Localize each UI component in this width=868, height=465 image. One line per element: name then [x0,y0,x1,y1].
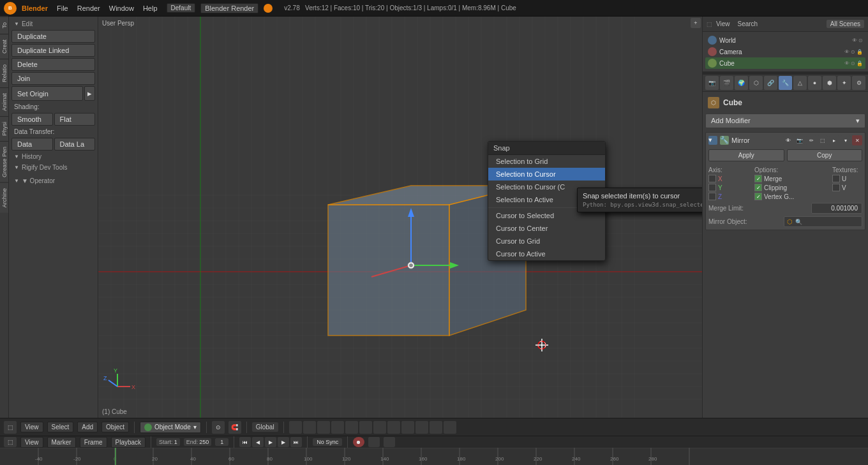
cube-vis-icon[interactable]: 👁 [844,61,849,66]
toolbar-icon-5[interactable] [345,421,358,434]
toolbar-snap-btn[interactable]: 🧲 [228,421,241,434]
cube-render-icon[interactable]: ⊙ [851,61,855,66]
outliner-search-label[interactable]: Search [738,20,758,27]
tree-item-cube[interactable]: Cube 👁 ⊙ 🔒 [705,57,865,69]
snap-item-cursor-center[interactable]: Cursor to Center [488,222,605,235]
checkbox-x[interactable] [708,175,716,182]
props-icon-object[interactable]: ⬡ [749,76,763,90]
toolbar-icon-9[interactable] [401,421,414,434]
btn-flat[interactable]: Flat [54,113,96,126]
current-frame[interactable]: 1 [215,438,228,446]
world-render-icon[interactable]: ⊙ [858,38,863,43]
btn-copy[interactable]: Copy [787,149,863,161]
camera-vis-icon[interactable]: 👁 [844,49,849,55]
camera-render-icon[interactable]: ⊙ [851,49,855,55]
snap-item-selection-cursor[interactable]: Selection to Cursor [488,168,605,181]
btn-smooth[interactable]: Smooth [11,113,53,126]
btn-duplicate[interactable]: Duplicate [11,30,95,43]
btn-data[interactable]: Data [11,138,53,151]
toolbar-add-btn[interactable]: Add [77,422,98,432]
start-frame[interactable]: Start: 1 [156,438,180,446]
props-icon-constraints[interactable]: 🔗 [764,76,777,90]
snap-item-cursor-grid[interactable]: Cursor to Grid [488,235,605,247]
btn-record-opt2[interactable] [384,437,395,447]
toolbar-pivot-btn[interactable]: ⊙ [212,421,225,434]
toolbar-icon-12[interactable] [444,421,456,434]
layout-selector[interactable]: Default [167,3,196,13]
btn-record-opt1[interactable] [368,437,380,447]
props-icon-physics[interactable]: ⚙ [852,76,865,90]
modifier-vis-btn[interactable]: 👁 [783,135,793,145]
world-vis-icon[interactable]: 👁 [852,38,857,43]
props-icon-world[interactable]: 🌍 [735,76,748,90]
toolbar-icon[interactable]: ⬚ [4,421,17,434]
viewport[interactable]: X Y Z User Persp + (1) Cube Snap Selecti… [98,17,702,418]
timeline-view-btn[interactable]: View [20,437,43,448]
global-selector[interactable]: Global [252,422,278,432]
toolbar-icon-2[interactable] [303,421,316,434]
btn-prev-frame[interactable]: ◀ [252,437,264,447]
modifier-expand-btn[interactable]: ▾ [708,136,717,145]
no-sync-btn[interactable]: No Sync [313,438,342,446]
snap-item-cursor-active[interactable]: Cursor to Active [488,247,605,260]
modifier-edit-btn[interactable]: ✏ [806,135,816,145]
toolbar-icon-8[interactable] [387,421,400,434]
menu-render[interactable]: Render [73,3,104,13]
menu-window[interactable]: Window [105,3,138,13]
cube-lock-icon[interactable]: 🔒 [857,61,863,66]
props-icon-texture[interactable]: ⬢ [823,76,836,90]
toolbar-select-btn[interactable]: Select [47,422,74,432]
checkbox-clipping[interactable] [754,184,762,191]
props-icon-modifiers[interactable]: 🔧 [779,76,792,90]
toolbar-icon-10[interactable] [415,421,428,434]
btn-jump-end[interactable]: ⏭ [290,437,302,447]
toolbar-icon-11[interactable] [430,421,442,434]
timeline-frame-btn[interactable]: Frame [80,437,107,448]
all-scenes-btn[interactable]: All Scenes [827,20,864,28]
add-modifier-btn[interactable]: Add Modifier ▾ [705,114,865,128]
mirror-obj-field[interactable]: ⬡ 🔍 [784,216,863,227]
btn-set-origin-arrow[interactable]: ▸ [84,86,95,101]
toolbar-icon-1[interactable] [289,421,302,434]
btn-set-origin[interactable]: Set Origin [11,86,83,101]
camera-lock-icon[interactable]: 🔒 [857,49,863,55]
toolbar-icon-4[interactable] [331,421,344,434]
btn-duplicate-linked[interactable]: Duplicate Linked [11,44,95,57]
tab-physics[interactable]: Physi [0,116,8,141]
btn-join[interactable]: Join [11,72,95,85]
checkbox-u[interactable] [832,175,840,182]
btn-next-frame[interactable]: ▶ [278,437,289,447]
menu-help[interactable]: Help [139,3,161,13]
snap-item-selection-grid[interactable]: Selection to Grid [488,155,605,168]
btn-play[interactable]: ▶ [265,437,276,447]
modifier-close-btn[interactable]: ✕ [852,135,862,145]
tab-relations[interactable]: Relatio [0,59,8,87]
timeline-icon[interactable]: ⬚ [4,437,17,447]
modifier-down-btn[interactable]: ▾ [841,135,851,145]
modifier-expand-right-btn[interactable]: ▸ [829,135,839,145]
props-icon-scene[interactable]: 🎬 [720,76,733,90]
checkbox-vertex-g[interactable] [754,193,762,200]
modifier-cage-btn[interactable]: ⬚ [818,135,828,145]
menu-file[interactable]: File [53,3,72,13]
checkbox-merge[interactable] [754,175,762,182]
tab-tools[interactable]: To [0,17,8,34]
end-frame[interactable]: End: 250 [184,438,212,446]
merge-limit-value[interactable]: 0.001000 [811,203,862,214]
mirror-obj-search-icon[interactable]: 🔍 [795,219,802,225]
tab-archive[interactable]: Archine [0,182,8,213]
timeline-playback-btn[interactable]: Playback [111,437,146,448]
timeline-ruler[interactable]: -40 -20 0 20 40 60 80 100 120 140 160 18… [0,448,868,465]
btn-delete[interactable]: Delete [11,58,95,71]
props-icon-material[interactable]: ● [808,76,821,90]
toolbar-icon-3[interactable] [317,421,330,434]
checkbox-y[interactable] [708,184,716,191]
outliner-view-label[interactable]: View [716,20,730,27]
toolbar-icon-6[interactable] [359,421,372,434]
toolbar-icon-7[interactable] [373,421,386,434]
mode-selector[interactable]: Object Mode ▾ [140,422,201,433]
modifier-render-btn[interactable]: 📷 [795,135,805,145]
tab-grease-pen[interactable]: Grease Pen [0,141,8,182]
tree-item-world[interactable]: World 👁 ⊙ [705,34,865,46]
checkbox-v[interactable] [832,184,840,191]
